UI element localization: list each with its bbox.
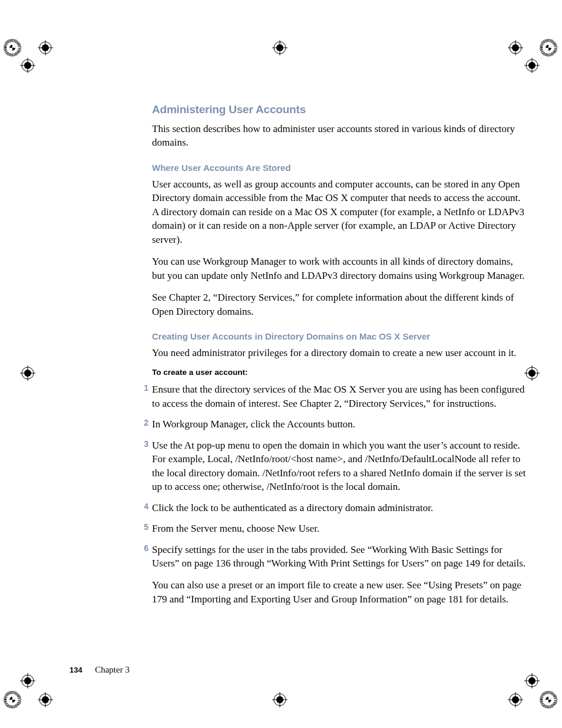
printer-registration-icon <box>38 40 53 55</box>
printer-registration-icon <box>524 58 540 73</box>
body-paragraph: You can use Workgroup Manager to work wi… <box>152 255 528 282</box>
heading-3: To create a user account: <box>152 368 528 377</box>
step-text: Ensure that the directory services of th… <box>152 383 528 410</box>
printer-registration-icon <box>20 58 35 73</box>
body-paragraph: User accounts, as well as group accounts… <box>152 177 528 246</box>
printer-registration-icon <box>524 673 540 689</box>
page-footer: 134 Chapter 3 <box>70 665 130 675</box>
step-item: From the Server menu, choose New User. <box>152 522 528 535</box>
heading-2: Where User Accounts Are Stored <box>152 163 528 173</box>
heading-1: Administering User Accounts <box>152 103 528 116</box>
body-paragraph: See Chapter 2, “Directory Services,” for… <box>152 291 528 318</box>
printer-registration-icon <box>508 40 523 55</box>
step-item: Use the At pop-up menu to open the domai… <box>152 439 528 494</box>
printer-rosette-icon <box>4 691 21 709</box>
step-item: Click the lock to be authenticated as a … <box>152 501 528 515</box>
page-content: Administering User Accounts This section… <box>152 103 528 613</box>
chapter-label: Chapter 3 <box>95 665 130 674</box>
step-item: Ensure that the directory services of th… <box>152 383 528 410</box>
step-text: Specify settings for the user in the tab… <box>152 543 528 571</box>
printer-registration-icon <box>38 692 53 707</box>
numbered-steps: Ensure that the directory services of th… <box>152 383 528 606</box>
step-text: From the Server menu, choose New User. <box>152 522 528 535</box>
page-number: 134 <box>70 666 82 674</box>
printer-registration-icon <box>20 673 35 689</box>
page: Administering User Accounts This section… <box>0 0 562 728</box>
step-item: In Workgroup Manager, click the Accounts… <box>152 417 528 431</box>
step-text: In Workgroup Manager, click the Accounts… <box>152 417 528 431</box>
printer-rosette-icon <box>4 39 21 57</box>
step-extra-paragraph: You can also use a preset or an import f… <box>152 578 528 606</box>
step-text: Click the lock to be authenticated as a … <box>152 501 528 515</box>
printer-registration-icon <box>508 692 523 707</box>
printer-registration-icon <box>20 365 35 381</box>
printer-registration-icon <box>272 40 287 55</box>
body-paragraph: You need administrator privileges for a … <box>152 346 528 360</box>
printer-rosette-icon <box>540 39 557 57</box>
heading-2: Creating User Accounts in Directory Doma… <box>152 331 528 341</box>
body-paragraph: This section describes how to administer… <box>152 122 528 150</box>
printer-rosette-icon <box>540 691 557 709</box>
printer-registration-icon <box>272 692 287 707</box>
step-text: Use the At pop-up menu to open the domai… <box>152 439 528 494</box>
step-item: Specify settings for the user in the tab… <box>152 543 528 607</box>
